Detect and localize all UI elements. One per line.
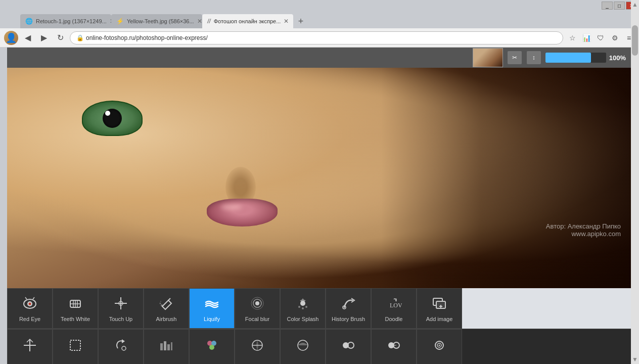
scroll-down-button[interactable]: ▼ — [631, 355, 639, 364]
svg-point-33 — [122, 346, 126, 350]
maximize-button[interactable]: □ — [614, 2, 625, 10]
svg-point-21 — [298, 306, 300, 308]
tool-history-brush[interactable]: History Brush — [326, 288, 371, 329]
rotate-icon — [114, 338, 128, 355]
svg-rect-37 — [171, 342, 172, 350]
tool-row2-rotate[interactable] — [98, 329, 144, 364]
tool-add-image[interactable]: Add image — [417, 288, 462, 329]
tools-row-1: Red EyeTeeth WhiteTouch UpAirbrushLiquif… — [7, 288, 631, 329]
new-tab-button[interactable]: + — [293, 14, 308, 28]
refresh-button[interactable]: ↻ — [54, 31, 67, 44]
tab-3-close[interactable]: ✕ — [284, 18, 289, 25]
extension-icon[interactable]: ⚙ — [609, 32, 621, 44]
address-text: online-fotoshop.ru/photoshop-online-expr… — [86, 34, 208, 41]
forward-button[interactable]: ▶ — [37, 31, 51, 44]
watermark-line1: Автор: Александр Пипко — [546, 222, 621, 230]
contrast-icon — [296, 338, 310, 355]
photo-background: Автор: Александр Пипко www.apipko.com — [7, 68, 631, 288]
airbrush-label: Airbrush — [156, 316, 177, 322]
tab-bar: 🌐 Retouch-1.jpg (1367×1249... ✕ ⚡ Yellow… — [0, 11, 639, 28]
photo-canvas[interactable]: Автор: Александр Пипко www.apipko.com — [7, 68, 631, 288]
canvas-top-bar: ✂ ↕ 100% — [7, 48, 631, 68]
select-icon — [68, 338, 82, 355]
scrollbar-track[interactable] — [632, 48, 638, 354]
skin-texture — [7, 68, 631, 288]
svg-point-2 — [29, 302, 31, 305]
tool-row2-contrast[interactable] — [280, 329, 326, 364]
svg-point-51 — [439, 345, 440, 346]
back-button[interactable]: ◀ — [21, 31, 34, 44]
tool-row2-circles1[interactable] — [326, 329, 371, 364]
history-brush-icon — [340, 295, 356, 314]
touch-up-icon — [113, 295, 129, 314]
title-bar: _ □ ✕ — [0, 0, 639, 11]
shield-icon[interactable]: 🛡 — [595, 32, 607, 44]
browser-tab-1[interactable]: 🌐 Retouch-1.jpg (1367×1249... ✕ — [20, 14, 111, 28]
tab-2-close[interactable]: ✕ — [197, 18, 202, 25]
tool-row2-adjust[interactable] — [144, 329, 189, 364]
teeth-white-icon — [67, 295, 83, 314]
browser-tab-2[interactable]: ⚡ Yellow-Teeth.jpg (586×36... ✕ — [111, 14, 202, 28]
browser-tab-3[interactable]: // Фотошоп онлайн экспре... ✕ — [202, 14, 293, 28]
history-brush-label: History Brush — [332, 316, 365, 322]
focal-blur-icon — [249, 295, 265, 314]
svg-point-17 — [255, 301, 259, 305]
svg-point-22 — [305, 306, 307, 308]
watermark-line2: www.apipko.com — [546, 230, 621, 238]
browser-main: ✂ ↕ 100% — [0, 48, 639, 364]
move-icon — [23, 338, 37, 355]
scrollbar-thumb[interactable] — [632, 48, 638, 56]
zoom-fill — [545, 53, 591, 63]
editor-area: ✂ ↕ 100% — [7, 48, 631, 364]
teeth-white-label: Teeth White — [61, 316, 90, 322]
address-bar[interactable]: 🔒 online-fotoshop.ru/photoshop-online-ex… — [70, 31, 563, 44]
tab-3-icon: // — [207, 18, 211, 25]
tool-touch-up[interactable]: Touch Up — [98, 288, 144, 329]
tool-row2-paint[interactable] — [189, 329, 235, 364]
tool-doodle[interactable]: LOVEDoodle — [371, 288, 417, 329]
tab-1-icon: 🌐 — [25, 18, 33, 25]
crop-icon[interactable]: ✂ — [507, 51, 522, 65]
doodle-label: Doodle — [385, 316, 403, 322]
tab-3-label: Фотошоп онлайн экспре... — [214, 18, 281, 24]
svg-rect-36 — [167, 344, 170, 350]
chart-icon[interactable]: 📊 — [580, 32, 592, 44]
tool-row2-move[interactable] — [7, 329, 53, 364]
bookmark-icon[interactable]: ☆ — [566, 32, 578, 44]
liquify-label: Liquify — [204, 316, 220, 322]
circles2-icon — [387, 338, 401, 355]
image-thumbnail — [473, 48, 503, 67]
resize-icon[interactable]: ↕ — [526, 51, 541, 65]
tool-airbrush[interactable]: Airbrush — [144, 288, 189, 329]
svg-rect-34 — [160, 343, 163, 350]
tool-row2-circles2[interactable] — [371, 329, 417, 364]
svg-point-14 — [161, 304, 163, 306]
red-eye-icon — [22, 295, 38, 314]
tool-row2-brightness[interactable] — [235, 329, 280, 364]
red-eye-label: Red Eye — [19, 316, 40, 322]
tab-2-icon: ⚡ — [116, 18, 124, 25]
scrollbar-right[interactable]: ▲ ▼ — [631, 48, 639, 364]
tool-teeth-white[interactable]: Teeth White — [53, 288, 98, 329]
minimize-button[interactable]: _ — [602, 2, 613, 10]
airbrush-icon — [158, 295, 174, 314]
tool-row2-circles3[interactable] — [417, 329, 462, 364]
tool-focal-blur[interactable]: Focal blur — [235, 288, 280, 329]
tool-red-eye[interactable]: Red Eye — [7, 288, 53, 329]
color-splash-label: Color Splash — [287, 316, 319, 322]
profile-avatar: 👤 — [4, 31, 18, 45]
tool-liquify[interactable]: Liquify — [189, 288, 235, 329]
tool-row2-select[interactable] — [53, 329, 98, 364]
add-image-icon — [431, 295, 447, 314]
tools-row-2 — [7, 329, 631, 364]
svg-line-3 — [25, 297, 27, 299]
nav-icons: ☆ 📊 🛡 ⚙ ≡ — [566, 32, 635, 44]
svg-line-13 — [168, 298, 170, 300]
svg-point-23 — [302, 307, 304, 309]
brightness-icon — [250, 338, 264, 355]
zoom-label: 100% — [609, 54, 626, 62]
tool-color-splash[interactable]: Color Splash — [280, 288, 326, 329]
svg-rect-32 — [70, 340, 80, 350]
adjust-icon — [159, 338, 173, 355]
circles1-icon — [341, 338, 355, 355]
